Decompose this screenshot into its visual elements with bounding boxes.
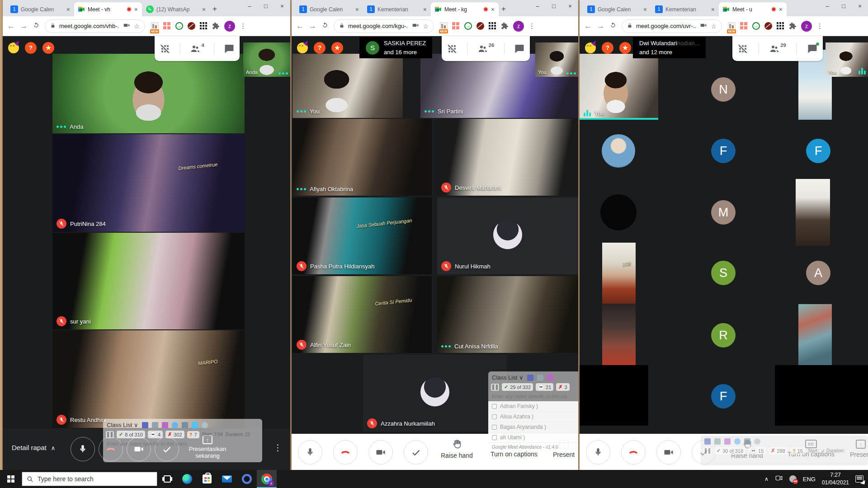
back-button[interactable]: ← — [7, 22, 15, 31]
pause-icon[interactable] — [491, 384, 499, 391]
close-button[interactable]: × — [274, 0, 290, 14]
video-tile[interactable]: Azzahra Nurkamiilah — [363, 355, 507, 432]
more-options-dots-icon[interactable] — [441, 345, 451, 347]
video-off-extension-icon[interactable] — [764, 22, 772, 30]
address-bar[interactable]: meet.google.com/vhb-... ☆ — [45, 19, 145, 33]
video-tile[interactable]: Nurul Hikmah — [437, 197, 578, 274]
video-off-extension-icon[interactable] — [188, 22, 195, 30]
grid-view-extension-icon[interactable] — [452, 22, 460, 30]
attendance-row[interactable]: ah Utami ) — [488, 432, 578, 443]
tab-meet[interactable]: Meet - u × — [719, 2, 787, 16]
help-balloon-button[interactable]: ? — [314, 42, 326, 54]
letter-avatar[interactable]: N — [711, 77, 736, 102]
tab-kementerian[interactable]: 1 Kementerian × — [651, 2, 719, 16]
more-options-dots-icon[interactable] — [425, 110, 434, 113]
video-tile[interactable]: Afiyah Oktabrina — [292, 119, 432, 196]
camera-button[interactable] — [368, 440, 393, 465]
video-tile[interactable]: sur yani — [52, 233, 245, 329]
letter-avatar[interactable]: R — [711, 323, 736, 347]
tab-close-icon[interactable]: × — [66, 6, 70, 13]
checkbox[interactable] — [492, 404, 497, 409]
reload-button[interactable] — [33, 22, 40, 31]
video-tile[interactable] — [798, 304, 832, 365]
tab-close-icon[interactable]: × — [779, 6, 783, 13]
note-icon[interactable] — [537, 375, 543, 381]
participants-pill[interactable]: S SASKIA PEREZand 16 more — [359, 37, 432, 58]
more-options-dots-icon[interactable] — [297, 188, 306, 190]
close-button[interactable]: × — [562, 0, 578, 14]
camera-permission-icon[interactable] — [700, 22, 707, 31]
push-extension-icon[interactable]: → — [175, 22, 183, 30]
avatar-tile[interactable] — [600, 194, 637, 230]
browser-menu-icon[interactable]: ⋮ — [816, 22, 824, 30]
letter-avatar[interactable]: F — [711, 384, 736, 408]
tab-whatsapp[interactable]: (12) WhatsAp × — [142, 2, 210, 16]
back-button[interactable]: ← — [296, 22, 304, 31]
star-button[interactable]: ★ — [42, 42, 54, 54]
grid-view-extension-icon[interactable] — [740, 22, 748, 30]
video-tile[interactable]: Dreams cometruePutriNina 284 — [52, 134, 245, 232]
language-indicator[interactable]: ENG — [803, 476, 816, 483]
tab-close-icon[interactable]: × — [134, 6, 138, 13]
settings-gear-icon[interactable] — [202, 422, 208, 428]
self-view-thumbnail[interactable]: Anda — [243, 42, 290, 77]
empty-video-tile[interactable] — [580, 365, 648, 426]
help-balloon-button[interactable]: ? — [25, 42, 37, 54]
mic-button[interactable] — [71, 437, 95, 461]
grid-view-off-icon[interactable] — [447, 43, 458, 54]
photo-avatar[interactable] — [602, 134, 635, 168]
minimize-button[interactable]: – — [529, 0, 546, 14]
tab-close-icon[interactable]: × — [643, 6, 647, 13]
letter-avatar[interactable]: F — [806, 139, 830, 163]
new-tab-button[interactable]: + — [212, 5, 217, 14]
raise-hand-button[interactable]: Raise hand — [441, 439, 473, 459]
tab-close-icon[interactable]: × — [355, 6, 359, 13]
minimize-button[interactable]: – — [819, 0, 835, 14]
attendance-extension-icon[interactable]: NEW — [728, 22, 736, 30]
attendance-row[interactable]: Alisa Azahra ) — [488, 412, 578, 422]
apps-grid-icon[interactable] — [200, 22, 208, 30]
browser-menu-icon[interactable]: ⋮ — [528, 22, 536, 30]
recorder-tray-icon[interactable] — [789, 475, 797, 483]
tab-kementerian[interactable]: 1 Kementerian × — [363, 2, 431, 16]
star-button[interactable]: ★ — [619, 42, 631, 54]
empty-video-tile[interactable] — [775, 365, 868, 426]
apps-grid-icon[interactable] — [777, 22, 784, 30]
raise-hand-button[interactable]: Raise hand — [731, 439, 763, 459]
html-export-icon[interactable] — [192, 422, 198, 428]
puzzle-extensions-icon[interactable] — [212, 22, 220, 30]
letter-avatar[interactable]: M — [711, 200, 736, 225]
puzzle-extensions-icon[interactable] — [789, 22, 797, 30]
letter-avatar[interactable]: S — [711, 261, 736, 285]
chat-button[interactable] — [224, 43, 235, 54]
letter-avatar[interactable]: A — [806, 261, 830, 285]
back-button[interactable]: ← — [584, 22, 592, 31]
help-balloon-button[interactable]: ? — [602, 42, 613, 54]
video-off-extension-icon[interactable] — [476, 22, 484, 30]
profile-avatar[interactable]: z — [801, 21, 812, 32]
self-view-thumbnail[interactable]: You — [535, 42, 578, 77]
grid-view-off-icon[interactable] — [160, 43, 170, 54]
puzzle-extensions-icon[interactable] — [501, 22, 509, 30]
maximize-button[interactable]: □ — [835, 0, 852, 14]
store-button[interactable] — [197, 470, 217, 488]
video-tile[interactable]: 108 — [602, 243, 636, 304]
attendance-row[interactable]: Bagas Aryananda ) — [488, 422, 578, 432]
more-options-dots-icon[interactable] — [57, 126, 66, 128]
tab-close-icon[interactable]: × — [711, 6, 715, 13]
forward-button[interactable]: → — [20, 22, 28, 31]
video-tile[interactable]: MARIPORestu Andhini — [52, 330, 245, 428]
apps-grid-icon[interactable] — [489, 22, 496, 30]
video-tile[interactable]: Cerita Si PemiduAlfin Yusuf Zain — [292, 276, 432, 353]
letter-avatar[interactable]: F — [711, 139, 736, 163]
reload-button[interactable] — [609, 22, 617, 31]
push-extension-icon[interactable]: → — [464, 22, 472, 30]
video-tile[interactable]: You — [580, 54, 658, 120]
grid-view-extension-icon[interactable] — [163, 22, 171, 30]
grid-view-off-icon[interactable] — [737, 43, 748, 54]
edge-button[interactable] — [177, 470, 197, 488]
start-button[interactable] — [0, 470, 22, 488]
captions-button[interactable]: CC Turn on captions — [788, 440, 835, 458]
tab-google-calendar[interactable]: 1 Google Calen × — [583, 2, 651, 16]
bookmark-star-icon[interactable]: ☆ — [134, 23, 140, 30]
